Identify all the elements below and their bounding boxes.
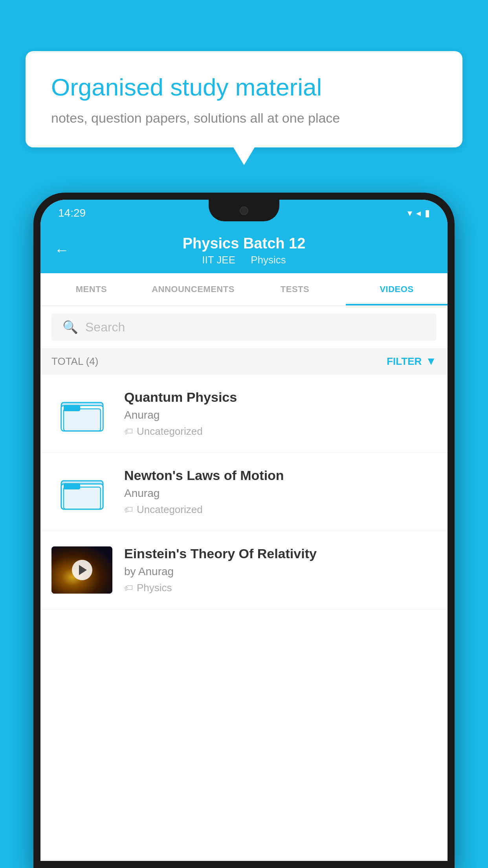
bubble-subtitle: notes, question papers, solutions all at…	[51, 110, 437, 126]
svg-rect-3	[64, 409, 101, 431]
bubble-title: Organised study material	[51, 73, 437, 102]
back-button[interactable]: ←	[54, 241, 69, 258]
tag-label-2: Uncategorized	[137, 504, 203, 516]
video-thumbnail-3	[51, 546, 112, 594]
status-bar: 14:29 ▾ ◂ ▮	[40, 200, 448, 226]
list-item[interactable]: Quantum Physics Anurag 🏷 Uncategorized	[40, 375, 448, 453]
search-icon: 🔍	[62, 320, 78, 335]
tag-label-3: Physics	[137, 582, 172, 594]
tag-icon-3: 🏷	[124, 583, 133, 593]
status-icons: ▾ ◂ ▮	[407, 208, 430, 219]
folder-icon-2	[61, 472, 104, 511]
video-author-1: Anurag	[124, 409, 437, 421]
video-author-3: by Anurag	[124, 565, 437, 578]
tag-icon-1: 🏷	[124, 427, 133, 437]
svg-rect-7	[64, 487, 101, 509]
video-info-3: Einstein's Theory Of Relativity by Anura…	[124, 546, 437, 594]
video-title-1: Quantum Physics	[124, 390, 437, 405]
header-title: Physics Batch 12	[56, 235, 432, 252]
svg-rect-8	[64, 483, 80, 489]
video-info-1: Quantum Physics Anurag 🏷 Uncategorized	[124, 390, 437, 438]
header-subtitle: IIT JEE Physics	[56, 254, 432, 266]
phone-frame: 14:29 ▾ ◂ ▮ ← Physics Batch 12 IIT JEE P…	[33, 193, 455, 868]
filter-label: FILTER	[387, 355, 422, 368]
app-header: ← Physics Batch 12 IIT JEE Physics	[40, 226, 448, 273]
filter-button[interactable]: FILTER ▼	[387, 355, 437, 368]
video-thumbnail-2	[51, 468, 112, 515]
tag-label-1: Uncategorized	[137, 425, 203, 438]
tab-videos[interactable]: VIDEOS	[346, 273, 448, 305]
video-title-2: Newton's Laws of Motion	[124, 468, 437, 483]
search-placeholder: Search	[85, 320, 125, 335]
filter-icon: ▼	[426, 355, 437, 368]
phone-inner: 14:29 ▾ ◂ ▮ ← Physics Batch 12 IIT JEE P…	[40, 200, 448, 861]
video-list: Quantum Physics Anurag 🏷 Uncategorized	[40, 375, 448, 861]
folder-icon	[61, 394, 104, 433]
video-tag-1: 🏷 Uncategorized	[124, 425, 437, 438]
video-title-3: Einstein's Theory Of Relativity	[124, 546, 437, 561]
list-item[interactable]: Einstein's Theory Of Relativity by Anura…	[40, 531, 448, 609]
status-time: 14:29	[58, 207, 86, 219]
video-author-2: Anurag	[124, 487, 437, 500]
list-item[interactable]: Newton's Laws of Motion Anurag 🏷 Uncateg…	[40, 453, 448, 531]
total-count: TOTAL (4)	[51, 355, 98, 368]
header-tag2: Physics	[251, 254, 286, 266]
filter-bar: TOTAL (4) FILTER ▼	[40, 348, 448, 375]
speech-bubble: Organised study material notes, question…	[26, 51, 462, 147]
search-bar[interactable]: 🔍 Search	[51, 313, 437, 341]
tabs-bar: MENTS ANNOUNCEMENTS TESTS VIDEOS	[40, 273, 448, 306]
tag-icon-2: 🏷	[124, 505, 133, 515]
play-button[interactable]	[72, 560, 92, 580]
speech-bubble-container: Organised study material notes, question…	[26, 51, 462, 147]
tab-ments[interactable]: MENTS	[40, 273, 142, 305]
search-container: 🔍 Search	[40, 306, 448, 348]
notch	[209, 200, 279, 221]
video-tag-2: 🏷 Uncategorized	[124, 504, 437, 516]
battery-icon: ▮	[425, 208, 430, 219]
video-tag-3: 🏷 Physics	[124, 582, 437, 594]
video-info-2: Newton's Laws of Motion Anurag 🏷 Uncateg…	[124, 468, 437, 516]
wifi-icon: ▾	[407, 208, 412, 219]
tab-tests[interactable]: TESTS	[244, 273, 346, 305]
camera-dot	[240, 206, 248, 215]
signal-icon: ◂	[416, 208, 421, 219]
tab-announcements[interactable]: ANNOUNCEMENTS	[142, 273, 244, 305]
video-thumbnail-1	[51, 390, 112, 437]
header-tag1: IIT JEE	[202, 254, 235, 266]
svg-rect-4	[64, 405, 80, 411]
